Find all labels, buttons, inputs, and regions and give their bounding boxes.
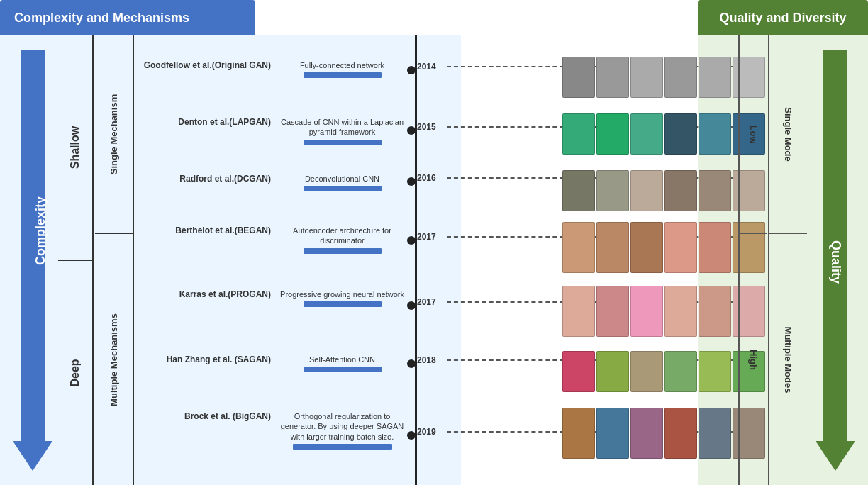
image-strip [562, 351, 765, 392]
timeline-dot [407, 177, 416, 186]
gan-bar [304, 248, 382, 254]
timeline-dot [407, 359, 416, 368]
image-cell [699, 222, 731, 273]
gan-description: Orthogonal regularization to generator. … [277, 411, 408, 442]
image-cell [699, 113, 731, 155]
header-left: Complexity and Mechanisms [0, 0, 255, 35]
gan-desc-box: Self-Attention CNN [277, 355, 408, 372]
image-cell [664, 113, 697, 155]
gan-author: Karras et al.(PROGAN) [138, 289, 277, 301]
level-high: High [738, 234, 767, 485]
gan-bar [293, 444, 392, 450]
gan-description: Progressive growing neural network [277, 289, 408, 299]
image-strip [562, 286, 765, 337]
image-cell [596, 113, 629, 155]
image-cell [562, 113, 595, 155]
complexity-arrow: Complexity [13, 50, 52, 471]
gan-year: 2017 [417, 297, 436, 307]
gan-desc-box: Progressive growing neural network [277, 289, 408, 307]
single-mode: Single Mode [768, 35, 807, 234]
timeline-dot [407, 66, 416, 74]
quality-label: Quality [828, 240, 843, 280]
image-strip [562, 113, 765, 155]
single-mechanism-label: Single Mechanism [108, 94, 119, 174]
image-cell [562, 57, 595, 98]
multiple-modes-label: Multiple Modes [783, 326, 794, 393]
image-cell [630, 351, 663, 392]
image-cell [630, 170, 663, 211]
header-row: Complexity and Mechanisms Quality and Di… [0, 0, 868, 35]
image-cell [562, 408, 595, 459]
gan-author: Brock et al. (BigGAN) [138, 411, 277, 423]
image-cell [664, 408, 697, 459]
gan-desc-box: Autoencoder architecture for discriminat… [277, 225, 408, 254]
main-container: Complexity and Mechanisms Quality and Di… [0, 0, 868, 485]
image-cell [596, 57, 629, 98]
gan-bar [304, 186, 382, 191]
header-right: Quality and Diversity [698, 0, 868, 35]
high-label: High [747, 350, 758, 370]
content-area: Complexity Quality Shallow Deep Single M… [0, 35, 868, 485]
timeline-line [415, 35, 417, 485]
gan-year: 2017 [417, 232, 436, 242]
gan-bar [304, 72, 382, 78]
gan-year: 2014 [417, 62, 436, 72]
quality-arrow: Quality [816, 50, 855, 471]
gan-description: Autoencoder architecture for discriminat… [277, 225, 408, 246]
image-cell [596, 351, 629, 392]
image-cell [562, 286, 595, 337]
gan-description: Fully-connected network [277, 60, 408, 70]
image-cell [630, 113, 663, 155]
multiple-mechanisms-label: Multiple Mechanisms [108, 313, 119, 406]
multiple-modes: Multiple Modes [768, 234, 807, 485]
image-strip [562, 222, 765, 273]
level-low: Low [738, 35, 767, 234]
image-cell [664, 222, 697, 273]
multiple-mechanisms: Multiple Mechanisms [95, 234, 134, 485]
quality-arrow-shaft: Quality [823, 50, 847, 441]
complexity-arrow-shaft: Complexity [21, 50, 45, 441]
image-cell [562, 170, 595, 211]
image-cell [596, 222, 629, 273]
gan-description: Cascade of CNN within a Laplacian pyrami… [277, 117, 408, 138]
image-cell [562, 222, 595, 273]
gan-author: Han Zhang et al. (SAGAN) [138, 355, 277, 366]
image-cell [664, 286, 697, 337]
quality-title: Quality and Diversity [719, 11, 846, 26]
mechanism-labels: Single Mechanism Multiple Mechanisms [95, 35, 134, 485]
timeline-container: Goodfellow et al.(Original GAN)Fully-con… [138, 35, 765, 485]
gan-desc-box: Deconvolutional CNN [277, 174, 408, 191]
timeline-dot [407, 301, 416, 310]
gan-bar [304, 301, 382, 307]
gan-desc-box: Orthogonal regularization to generator. … [277, 411, 408, 450]
single-mechanism: Single Mechanism [95, 35, 134, 234]
image-cell [630, 57, 663, 98]
image-cell [664, 351, 697, 392]
image-cell [699, 408, 731, 459]
image-cell [664, 170, 697, 211]
gan-bar [304, 140, 382, 145]
complexity-label: Complexity [33, 225, 48, 265]
image-strip [562, 57, 765, 98]
image-cell [630, 286, 663, 337]
gan-year: 2016 [417, 173, 436, 183]
gan-bar [304, 367, 382, 372]
image-cell [699, 170, 731, 211]
timeline-dot [407, 236, 416, 245]
image-cell [664, 57, 697, 98]
depth-labels: Shallow Deep [58, 35, 94, 485]
depth-deep: Deep [58, 261, 94, 485]
gan-year: 2019 [417, 427, 436, 437]
gan-year: 2018 [417, 355, 436, 365]
single-mode-label: Single Mode [783, 107, 794, 162]
image-cell [562, 351, 595, 392]
image-cell [596, 286, 629, 337]
gan-desc-box: Cascade of CNN within a Laplacian pyrami… [277, 117, 408, 145]
image-cell [699, 57, 731, 98]
gan-year: 2015 [417, 122, 436, 132]
timeline-dot [407, 126, 416, 135]
image-cell [596, 170, 629, 211]
image-cell [596, 408, 629, 459]
image-cell [699, 351, 731, 392]
level-labels: Low High [738, 35, 767, 485]
